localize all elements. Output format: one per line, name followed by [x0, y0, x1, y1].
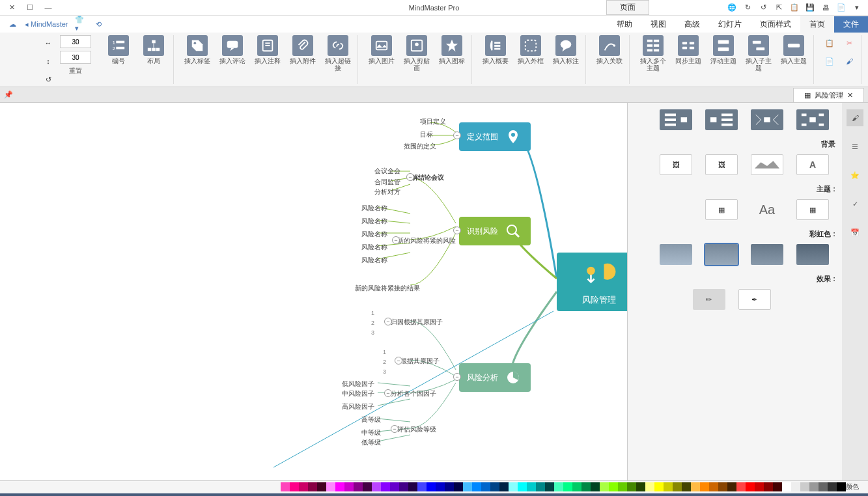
tab-advanced[interactable]: 高级	[675, 16, 709, 33]
color-swatch[interactable]	[664, 482, 673, 491]
color-swatch[interactable]	[545, 482, 554, 491]
open-icon[interactable]: 📄	[835, 2, 847, 14]
tab-help[interactable]: 帮助	[608, 16, 641, 33]
leaf[interactable]: 项目定义	[420, 117, 446, 126]
tab-home[interactable]: 首页	[800, 16, 834, 33]
cut-icon[interactable]: ✂	[841, 35, 857, 51]
color-thumb[interactable]	[796, 244, 829, 265]
layout-thumb[interactable]	[796, 109, 829, 130]
collapse-icon[interactable]: −	[453, 227, 461, 234]
tab-slideshow[interactable]: 幻灯片	[709, 16, 751, 33]
color-swatch[interactable]	[600, 482, 609, 491]
leaf[interactable]: 新的风险将紧的风险	[397, 236, 456, 245]
bg-thumb[interactable]	[751, 154, 783, 175]
shirt-icon[interactable]: 👕▾	[75, 18, 87, 30]
leaf[interactable]: 中风险因子	[342, 389, 374, 398]
reset-button[interactable]: 重置	[60, 66, 91, 76]
color-swatch[interactable]	[627, 482, 636, 491]
color-swatch[interactable]	[335, 482, 344, 491]
color-swatch[interactable]	[317, 482, 326, 491]
node-identify[interactable]: 识别风险	[459, 217, 531, 245]
color-swatch[interactable]	[536, 482, 545, 491]
bg-thumb[interactable]: A	[796, 154, 829, 175]
layout-thumb[interactable]	[751, 109, 783, 130]
leaf[interactable]: 目标	[420, 130, 433, 139]
leaf[interactable]: 高等级	[361, 415, 381, 424]
check-tab-icon[interactable]: ✓	[847, 195, 863, 212]
effect-thumb[interactable]: ✏	[693, 289, 725, 310]
node-analyze[interactable]: 风险分析	[459, 363, 531, 392]
color-thumb[interactable]	[705, 244, 738, 265]
dropdown-icon[interactable]: ▾	[851, 2, 863, 14]
insert-clipart-button[interactable]: 插入剪贴画	[401, 35, 432, 72]
color-swatch[interactable]	[363, 482, 372, 491]
color-swatch[interactable]	[636, 482, 645, 491]
insert-boundary-button[interactable]: 插入外框	[515, 35, 546, 64]
leaf[interactable]: 合同监管	[374, 178, 400, 187]
tab-view[interactable]: 视图	[641, 16, 675, 33]
color-swatch[interactable]	[727, 482, 736, 491]
color-swatch[interactable]	[645, 482, 654, 491]
leaf[interactable]: 会议全会	[374, 167, 400, 176]
color-swatch[interactable]	[618, 482, 627, 491]
color-swatch[interactable]	[709, 482, 718, 491]
pin-icon[interactable]: 📌	[4, 90, 13, 99]
insert-subtopic-button[interactable]: 插入子主题	[743, 35, 774, 72]
canvas[interactable]: 风险管理 定义范围 − 项目定义 目标 范围的定义 识别风险 − 解结论会议 −…	[0, 103, 627, 480]
print-icon[interactable]: 🖶	[820, 2, 832, 14]
star-tab-icon[interactable]: ⭐	[847, 167, 863, 184]
float-topic-button[interactable]: 浮动主题	[708, 35, 739, 64]
color-swatch[interactable]	[718, 482, 727, 491]
close-tab-icon[interactable]: ✕	[847, 91, 853, 100]
color-swatch[interactable]	[372, 482, 381, 491]
minimize-icon[interactable]: —	[42, 1, 55, 14]
color-swatch[interactable]	[809, 482, 819, 491]
leaf[interactable]: 归因根据其原因子	[391, 318, 443, 327]
leaf[interactable]: 解结论会议	[412, 173, 444, 182]
leaf[interactable]: 风险名称	[361, 243, 387, 252]
leaf[interactable]: 分析各个因因子	[391, 389, 436, 398]
color-swatch[interactable]	[609, 482, 618, 491]
reset-icon[interactable]: ↺	[40, 72, 56, 87]
color-swatch[interactable]	[673, 482, 682, 491]
color-swatch[interactable]	[463, 482, 472, 491]
collapse-icon[interactable]: −	[395, 357, 402, 365]
collapse-icon[interactable]: −	[391, 425, 399, 433]
insert-image-button[interactable]: 插入图片	[366, 35, 397, 64]
width-input[interactable]	[60, 35, 91, 48]
color-swatch[interactable]	[819, 482, 828, 491]
maximize-icon[interactable]: ☐	[23, 1, 36, 14]
save-icon[interactable]: 💾	[804, 2, 816, 14]
color-swatch[interactable]	[381, 482, 390, 491]
clipboard-icon[interactable]: 📄	[822, 53, 837, 69]
color-swatch[interactable]	[764, 482, 773, 491]
color-swatch[interactable]	[454, 482, 463, 491]
collapse-icon[interactable]: −	[384, 318, 392, 325]
collapse-icon[interactable]: −	[406, 173, 414, 181]
font-thumb[interactable]: Aa	[751, 199, 783, 220]
insert-icon-button[interactable]: 插入图标	[436, 35, 468, 64]
list-tab-icon[interactable]: ☰	[847, 138, 863, 155]
calendar-tab-icon[interactable]: 📅	[847, 224, 863, 241]
globe-icon[interactable]: 🌐	[726, 2, 738, 14]
color-swatch[interactable]	[837, 482, 846, 491]
color-thumb[interactable]	[751, 244, 783, 265]
insert-attachment-button[interactable]: 插入附件	[287, 35, 318, 64]
leaf[interactable]: 风险名称	[361, 204, 387, 213]
leaf[interactable]: 中等级	[361, 428, 381, 437]
export-icon[interactable]: ⇱	[773, 2, 785, 14]
color-swatch[interactable]	[746, 482, 755, 491]
leaf[interactable]: 风险名称	[361, 256, 387, 265]
color-swatch[interactable]	[773, 482, 782, 491]
collapse-icon[interactable]: −	[453, 131, 461, 139]
theme-thumb[interactable]: ▦	[796, 199, 829, 220]
insert-callout-button[interactable]: 插入标注	[550, 35, 581, 64]
paste-icon[interactable]: 📋	[789, 2, 800, 14]
color-swatch[interactable]	[408, 482, 417, 491]
leaf[interactable]: 高风险因子	[342, 402, 374, 411]
tab-file[interactable]: 文件	[834, 16, 868, 33]
insert-multi-topic-button[interactable]: 插入多个主题	[637, 35, 669, 72]
color-swatch[interactable]	[736, 482, 746, 491]
layout-thumb[interactable]	[660, 109, 692, 130]
color-swatch[interactable]	[700, 482, 709, 491]
